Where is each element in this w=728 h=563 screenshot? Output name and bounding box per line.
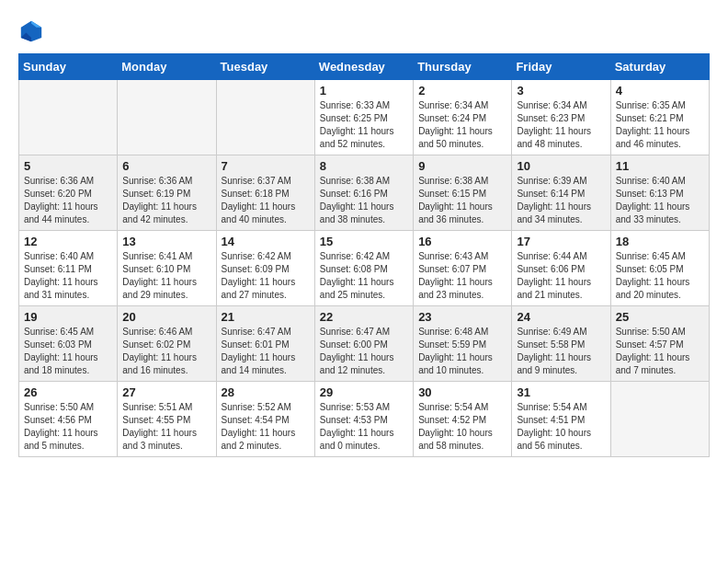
- day-number: 18: [616, 235, 704, 248]
- cell-details: Sunrise: 5:54 AMSunset: 4:52 PMDaylight:…: [418, 401, 506, 453]
- day-number: 23: [418, 310, 506, 324]
- day-number: 22: [320, 310, 408, 324]
- calendar-cell: 17Sunrise: 6:44 AMSunset: 6:06 PMDayligh…: [512, 231, 610, 306]
- cell-details: Sunrise: 6:42 AMSunset: 6:09 PMDaylight:…: [222, 250, 310, 302]
- calendar-cell: 11Sunrise: 6:40 AMSunset: 6:13 PMDayligh…: [610, 155, 709, 231]
- calendar-cell: 14Sunrise: 6:42 AMSunset: 6:09 PMDayligh…: [216, 231, 314, 306]
- calendar-header-row: SundayMondayTuesdayWednesdayThursdayFrid…: [19, 54, 710, 80]
- calendar-cell: [118, 80, 216, 155]
- column-header-wednesday: Wednesday: [314, 54, 413, 80]
- day-number: 28: [222, 385, 310, 399]
- cell-details: Sunrise: 6:46 AMSunset: 6:02 PMDaylight:…: [122, 326, 210, 377]
- cell-details: Sunrise: 6:36 AMSunset: 6:20 PMDaylight:…: [24, 175, 112, 226]
- day-number: 25: [616, 310, 704, 324]
- calendar-week-5: 26Sunrise: 5:50 AMSunset: 4:56 PMDayligh…: [19, 382, 710, 457]
- day-number: 4: [616, 84, 704, 98]
- calendar-cell: 28Sunrise: 5:52 AMSunset: 4:54 PMDayligh…: [216, 382, 314, 457]
- day-number: 12: [24, 235, 112, 248]
- cell-details: Sunrise: 6:48 AMSunset: 5:59 PMDaylight:…: [418, 326, 506, 377]
- day-number: 13: [122, 235, 210, 248]
- column-header-monday: Monday: [118, 54, 216, 80]
- cell-details: Sunrise: 6:47 AMSunset: 6:00 PMDaylight:…: [320, 326, 408, 377]
- calendar-cell: 24Sunrise: 6:49 AMSunset: 5:58 PMDayligh…: [512, 306, 610, 382]
- cell-details: Sunrise: 5:53 AMSunset: 4:53 PMDaylight:…: [320, 401, 408, 453]
- calendar-cell: 23Sunrise: 6:48 AMSunset: 5:59 PMDayligh…: [414, 306, 512, 382]
- cell-details: Sunrise: 5:54 AMSunset: 4:51 PMDaylight:…: [517, 401, 605, 453]
- calendar-week-2: 5Sunrise: 6:36 AMSunset: 6:20 PMDaylight…: [19, 155, 710, 231]
- day-number: 30: [418, 385, 506, 399]
- day-number: 6: [122, 159, 210, 173]
- column-header-friday: Friday: [512, 54, 610, 80]
- calendar-cell: 6Sunrise: 6:36 AMSunset: 6:19 PMDaylight…: [118, 155, 216, 231]
- cell-details: Sunrise: 6:43 AMSunset: 6:07 PMDaylight:…: [418, 250, 506, 302]
- calendar-cell: 15Sunrise: 6:42 AMSunset: 6:08 PMDayligh…: [314, 231, 413, 306]
- calendar-cell: 18Sunrise: 6:45 AMSunset: 6:05 PMDayligh…: [610, 231, 709, 306]
- logo-icon: [18, 18, 44, 44]
- calendar-cell: 16Sunrise: 6:43 AMSunset: 6:07 PMDayligh…: [414, 231, 512, 306]
- calendar-cell: 13Sunrise: 6:41 AMSunset: 6:10 PMDayligh…: [118, 231, 216, 306]
- calendar-cell: 30Sunrise: 5:54 AMSunset: 4:52 PMDayligh…: [414, 382, 512, 457]
- cell-details: Sunrise: 6:38 AMSunset: 6:15 PMDaylight:…: [418, 175, 506, 226]
- calendar-cell: [610, 382, 709, 457]
- cell-details: Sunrise: 6:34 AMSunset: 6:24 PMDaylight:…: [418, 99, 506, 151]
- column-header-tuesday: Tuesday: [216, 54, 314, 80]
- cell-details: Sunrise: 6:40 AMSunset: 6:13 PMDaylight:…: [616, 175, 704, 226]
- cell-details: Sunrise: 6:36 AMSunset: 6:19 PMDaylight:…: [122, 175, 210, 226]
- day-number: 29: [320, 385, 408, 399]
- calendar-week-3: 12Sunrise: 6:40 AMSunset: 6:11 PMDayligh…: [19, 231, 710, 306]
- day-number: 19: [24, 310, 112, 324]
- calendar-cell: 9Sunrise: 6:38 AMSunset: 6:15 PMDaylight…: [414, 155, 512, 231]
- calendar-cell: 10Sunrise: 6:39 AMSunset: 6:14 PMDayligh…: [512, 155, 610, 231]
- day-number: 1: [320, 84, 408, 98]
- day-number: 5: [24, 159, 112, 173]
- cell-details: Sunrise: 6:33 AMSunset: 6:25 PMDaylight:…: [320, 99, 408, 151]
- day-number: 21: [222, 310, 310, 324]
- calendar-cell: 2Sunrise: 6:34 AMSunset: 6:24 PMDaylight…: [414, 80, 512, 155]
- cell-details: Sunrise: 6:45 AMSunset: 6:05 PMDaylight:…: [616, 250, 704, 302]
- cell-details: Sunrise: 5:52 AMSunset: 4:54 PMDaylight:…: [222, 401, 310, 453]
- day-number: 14: [222, 235, 310, 248]
- cell-details: Sunrise: 6:35 AMSunset: 6:21 PMDaylight:…: [616, 99, 704, 151]
- cell-details: Sunrise: 6:49 AMSunset: 5:58 PMDaylight:…: [517, 326, 605, 377]
- calendar: SundayMondayTuesdayWednesdayThursdayFrid…: [18, 53, 710, 457]
- day-number: 7: [222, 159, 310, 173]
- calendar-cell: 8Sunrise: 6:38 AMSunset: 6:16 PMDaylight…: [314, 155, 413, 231]
- cell-details: Sunrise: 6:47 AMSunset: 6:01 PMDaylight:…: [222, 326, 310, 377]
- day-number: 9: [418, 159, 506, 173]
- calendar-week-4: 19Sunrise: 6:45 AMSunset: 6:03 PMDayligh…: [19, 306, 710, 382]
- day-number: 16: [418, 235, 506, 248]
- logo: [18, 18, 48, 44]
- calendar-cell: 25Sunrise: 5:50 AMSunset: 4:57 PMDayligh…: [610, 306, 709, 382]
- calendar-cell: 29Sunrise: 5:53 AMSunset: 4:53 PMDayligh…: [314, 382, 413, 457]
- cell-details: Sunrise: 5:50 AMSunset: 4:57 PMDaylight:…: [616, 326, 704, 377]
- day-number: 8: [320, 159, 408, 173]
- day-number: 27: [122, 385, 210, 399]
- day-number: 17: [517, 235, 605, 248]
- calendar-cell: 22Sunrise: 6:47 AMSunset: 6:00 PMDayligh…: [314, 306, 413, 382]
- cell-details: Sunrise: 6:39 AMSunset: 6:14 PMDaylight:…: [517, 175, 605, 226]
- calendar-cell: 19Sunrise: 6:45 AMSunset: 6:03 PMDayligh…: [19, 306, 118, 382]
- header: [18, 18, 710, 44]
- day-number: 20: [122, 310, 210, 324]
- calendar-cell: 5Sunrise: 6:36 AMSunset: 6:20 PMDaylight…: [19, 155, 118, 231]
- column-header-thursday: Thursday: [414, 54, 512, 80]
- column-header-sunday: Sunday: [19, 54, 118, 80]
- day-number: 11: [616, 159, 704, 173]
- calendar-cell: 3Sunrise: 6:34 AMSunset: 6:23 PMDaylight…: [512, 80, 610, 155]
- cell-details: Sunrise: 6:41 AMSunset: 6:10 PMDaylight:…: [122, 250, 210, 302]
- calendar-cell: [216, 80, 314, 155]
- cell-details: Sunrise: 6:38 AMSunset: 6:16 PMDaylight:…: [320, 175, 408, 226]
- day-number: 10: [517, 159, 605, 173]
- calendar-cell: 7Sunrise: 6:37 AMSunset: 6:18 PMDaylight…: [216, 155, 314, 231]
- cell-details: Sunrise: 6:34 AMSunset: 6:23 PMDaylight:…: [517, 99, 605, 151]
- cell-details: Sunrise: 6:42 AMSunset: 6:08 PMDaylight:…: [320, 250, 408, 302]
- day-number: 24: [517, 310, 605, 324]
- cell-details: Sunrise: 6:44 AMSunset: 6:06 PMDaylight:…: [517, 250, 605, 302]
- day-number: 31: [517, 385, 605, 399]
- cell-details: Sunrise: 6:37 AMSunset: 6:18 PMDaylight:…: [222, 175, 310, 226]
- cell-details: Sunrise: 6:40 AMSunset: 6:11 PMDaylight:…: [24, 250, 112, 302]
- calendar-cell: 27Sunrise: 5:51 AMSunset: 4:55 PMDayligh…: [118, 382, 216, 457]
- day-number: 2: [418, 84, 506, 98]
- calendar-cell: 21Sunrise: 6:47 AMSunset: 6:01 PMDayligh…: [216, 306, 314, 382]
- calendar-cell: 12Sunrise: 6:40 AMSunset: 6:11 PMDayligh…: [19, 231, 118, 306]
